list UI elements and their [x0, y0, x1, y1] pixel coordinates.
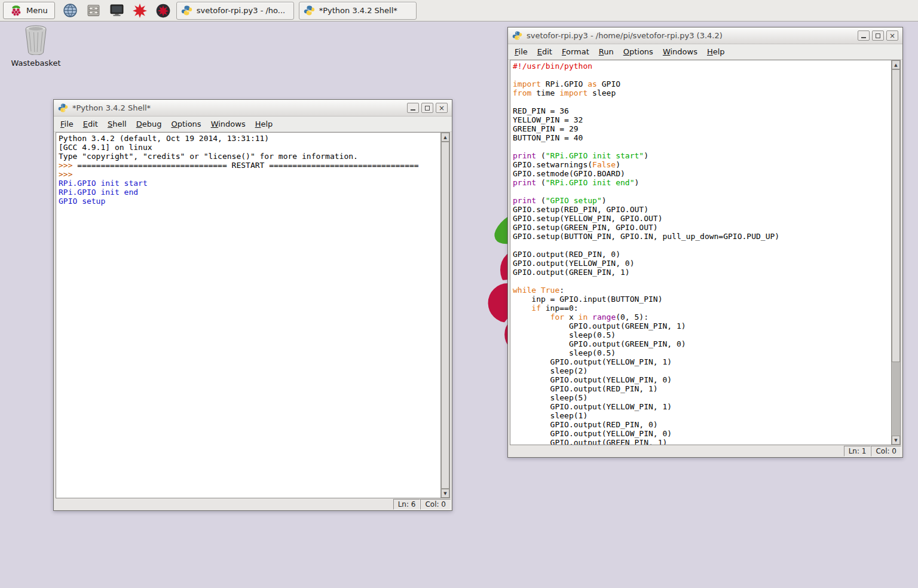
scrollbar-thumb[interactable] [441, 142, 449, 489]
python-shell-window: *Python 3.4.2 Shell* × FileEditShellDebu… [53, 99, 452, 511]
scroll-down-arrow-icon[interactable]: ▼ [892, 436, 900, 445]
code-line: Type "copyright", "credits" or "license(… [59, 152, 440, 161]
shell-textpane: Python 3.4.2 (default, Oct 19 2014, 13:3… [56, 132, 450, 498]
menu-file[interactable]: File [510, 45, 533, 59]
shell-titlebar[interactable]: *Python 3.4.2 Shell* × [54, 100, 452, 117]
window-controls: × [407, 103, 448, 113]
code-line: YELLOW_PIN = 32 [513, 115, 891, 124]
code-line: [GCC 4.9.1] on linux [59, 143, 440, 152]
wolfram-icon[interactable] [155, 2, 172, 19]
menu-options[interactable]: Options [166, 117, 206, 131]
editor-text-area[interactable]: #!/usr/bin/python import RPi.GPIO as GPI… [510, 60, 891, 445]
code-line: >>> [59, 170, 440, 179]
code-line: GPIO.output(YELLOW_PIN, 1) [513, 357, 891, 366]
menu-help[interactable]: Help [250, 117, 278, 131]
scrollbar-track[interactable] [441, 142, 449, 489]
code-line: GPIO.output(GREEN_PIN, 1) [513, 321, 891, 330]
taskbar: Menu [0, 0, 918, 22]
task-label: *Python 3.4.2 Shell* [319, 6, 397, 15]
code-line: sleep(0.5) [513, 330, 891, 339]
code-line: Python 3.4.2 (default, Oct 19 2014, 13:3… [59, 134, 440, 143]
code-line: print ("RPi.GPIO init end") [513, 178, 891, 187]
shell-statusbar: Ln: 6 Col: 0 [54, 498, 452, 510]
window-controls: × [858, 30, 898, 41]
task-label: svetofor-rpi.py3 - /ho... [197, 6, 286, 15]
code-line: GPIO.setup(YELLOW_PIN, GPIO.OUT) [513, 214, 891, 223]
menu-windows[interactable]: Windows [206, 117, 250, 131]
raspberry-menu-icon [10, 5, 22, 17]
code-line: while True: [513, 286, 891, 295]
menu-debug[interactable]: Debug [131, 117, 167, 131]
code-line [513, 71, 891, 79]
idle-icon [181, 5, 193, 17]
close-button[interactable]: × [886, 30, 898, 41]
web-browser-icon[interactable] [62, 2, 78, 19]
close-button[interactable]: × [436, 103, 448, 113]
editor-menubar: FileEditFormatRunOptionsWindowsHelp [508, 44, 902, 60]
taskbar-task-shell[interactable]: *Python 3.4.2 Shell* [299, 2, 417, 20]
window-title: svetofor-rpi.py3 - /home/pi/svetofor-rpi… [527, 31, 853, 40]
wastebasket-desktop-icon[interactable]: Wastebasket [8, 24, 63, 68]
scrollbar-track[interactable] [892, 69, 900, 436]
code-line [513, 277, 891, 286]
menu-help[interactable]: Help [702, 45, 730, 59]
scroll-up-arrow-icon[interactable]: ▲ [892, 60, 900, 69]
menu-file[interactable]: File [56, 117, 78, 131]
menu-edit[interactable]: Edit [533, 45, 557, 59]
code-line: GPIO.setmode(GPIO.BOARD) [513, 169, 891, 178]
scrollbar-thumb[interactable] [892, 69, 900, 362]
code-line: >>> ================================ RES… [59, 161, 440, 170]
code-line: GPIO.output(RED_PIN, 1) [513, 384, 891, 393]
minimize-button[interactable] [407, 103, 419, 113]
line-indicator: Ln: 6 [393, 499, 421, 510]
code-line: sleep(2) [513, 366, 891, 375]
menu-shell[interactable]: Shell [103, 117, 131, 131]
scroll-up-arrow-icon[interactable]: ▲ [441, 133, 449, 142]
editor-vertical-scrollbar[interactable]: ▲ ▼ [891, 60, 900, 445]
minimize-button[interactable] [858, 30, 870, 41]
editor-titlebar[interactable]: svetofor-rpi.py3 - /home/pi/svetofor-rpi… [508, 27, 902, 44]
code-line: GPIO.output(RED_PIN, 0) [513, 250, 891, 259]
code-line: GPIO.setup(RED_PIN, GPIO.OUT) [513, 205, 891, 214]
idle-editor-window: svetofor-rpi.py3 - /home/pi/svetofor-rpi… [507, 27, 903, 458]
code-line: from time import sleep [513, 88, 891, 97]
code-line: if inp==0: [513, 304, 891, 313]
code-line: GREEN_PIN = 29 [513, 124, 891, 133]
editor-textpane: #!/usr/bin/python import RPi.GPIO as GPI… [510, 60, 901, 445]
wastebasket-label: Wastebasket [11, 59, 60, 68]
idle-window-icon [512, 30, 522, 41]
menu-options[interactable]: Options [619, 45, 658, 59]
code-line: GPIO setup [59, 197, 440, 206]
scroll-down-arrow-icon[interactable]: ▼ [441, 489, 449, 498]
code-line: inp = GPIO.input(BUTTON_PIN) [513, 295, 891, 304]
code-line: sleep(5) [513, 393, 891, 402]
shell-text-area[interactable]: Python 3.4.2 (default, Oct 19 2014, 13:3… [56, 133, 440, 498]
menu-windows[interactable]: Windows [658, 45, 702, 59]
menu-button[interactable]: Menu [3, 2, 55, 19]
idle-window-icon [58, 103, 68, 113]
code-line: RPi.GPIO init start [59, 179, 440, 188]
code-line: GPIO.output(GREEN_PIN, 1) [513, 268, 891, 277]
menu-edit[interactable]: Edit [78, 117, 103, 131]
code-line: GPIO.setup(GREEN_PIN, GPIO.OUT) [513, 223, 891, 232]
code-line: GPIO.output(GREEN_PIN, 1) [513, 438, 891, 445]
editor-statusbar: Ln: 1 Col: 0 [508, 445, 902, 457]
code-line: GPIO.output(YELLOW_PIN, 1) [513, 402, 891, 411]
shell-vertical-scrollbar[interactable]: ▲ ▼ [440, 133, 449, 498]
mathematica-icon[interactable] [132, 2, 148, 19]
file-manager-icon[interactable] [85, 2, 102, 19]
code-line [513, 241, 891, 250]
terminal-icon[interactable] [109, 2, 125, 19]
menu-label: Menu [26, 6, 48, 15]
code-line: BUTTON_PIN = 40 [513, 133, 891, 142]
menu-format[interactable]: Format [557, 45, 594, 59]
trash-can-icon [22, 24, 50, 55]
maximize-button[interactable] [421, 103, 433, 113]
menu-run[interactable]: Run [594, 45, 619, 59]
code-line: RPi.GPIO init end [59, 188, 440, 197]
column-indicator: Col: 0 [420, 499, 451, 510]
taskbar-task-editor[interactable]: svetofor-rpi.py3 - /ho... [176, 2, 294, 20]
code-line: GPIO.output(RED_PIN, 0) [513, 420, 891, 429]
maximize-button[interactable] [872, 30, 884, 41]
code-line: RED_PIN = 36 [513, 106, 891, 115]
